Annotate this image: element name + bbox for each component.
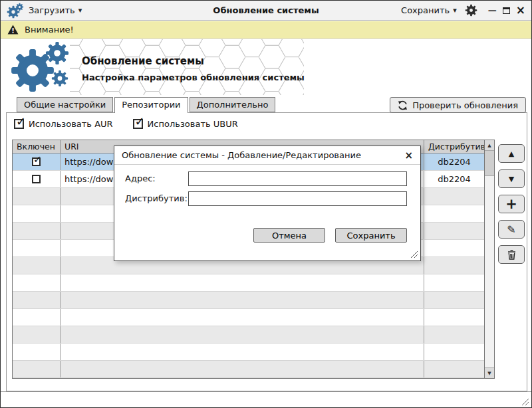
tab-bar: Общие настройки Репозитории Дополнительн… <box>17 97 275 113</box>
address-label: Адрес: <box>125 173 156 183</box>
tab-additional[interactable]: Дополнительно <box>190 97 276 112</box>
dialog-title: Обновление системы - Добавление/Редактир… <box>122 150 361 160</box>
check-updates-label: Проверить обновления <box>412 100 518 110</box>
app-gears-icon <box>7 3 24 19</box>
table-row[interactable] <box>13 326 484 344</box>
checkbox-box: ✓ <box>133 119 143 129</box>
window-controls: — × <box>488 5 525 16</box>
cancel-button[interactable]: Отмена <box>253 228 325 243</box>
close-button[interactable]: × <box>516 5 525 16</box>
row-action-buttons: ▲ ▼ + ✎ <box>498 144 525 264</box>
chevron-down-icon: ▾ <box>78 6 82 15</box>
table-row[interactable] <box>13 361 484 378</box>
refresh-icon <box>398 100 408 110</box>
distro-label: Дистрибутив: <box>125 193 188 203</box>
save-menu-button[interactable]: Сохранить ▾ <box>401 5 457 15</box>
distro-field-row: Дистрибутив: <box>125 191 407 206</box>
dialog-titlebar[interactable]: Обновление системы - Добавление/Редактир… <box>114 146 420 165</box>
table-row[interactable] <box>13 292 484 309</box>
hex-pattern <box>70 39 304 95</box>
warning-text: Внимание! <box>25 25 74 35</box>
scrollbar-up-button[interactable]: ▲ <box>485 140 494 151</box>
use-aur-checkbox[interactable]: ✓ Использовать AUR <box>14 119 113 129</box>
load-menu-label: Загрузить <box>29 5 75 15</box>
dialog-close-button[interactable]: × <box>404 150 413 161</box>
table-row[interactable] <box>13 274 484 292</box>
row-enabled-checkbox[interactable]: ✓ <box>32 157 41 166</box>
address-input[interactable] <box>188 171 407 186</box>
check-icon: ✓ <box>135 114 145 128</box>
column-header-distro: Дистрибутив <box>424 140 484 153</box>
column-header-enabled: Включен <box>13 140 61 153</box>
table-row[interactable] <box>13 344 484 361</box>
page-title: Обновление системы <box>82 55 204 67</box>
arrow-up-icon: ▲ <box>509 150 514 158</box>
maximize-button[interactable] <box>503 7 510 14</box>
statusbar <box>1 391 531 408</box>
move-up-button[interactable]: ▲ <box>498 144 525 163</box>
distro-input[interactable] <box>188 191 407 206</box>
move-down-button[interactable]: ▼ <box>498 169 525 188</box>
table-row[interactable] <box>13 309 484 326</box>
trash-icon <box>507 250 516 260</box>
scrollbar-down-button[interactable]: ▼ <box>485 367 494 378</box>
window-title: Обновление системы <box>120 5 412 15</box>
add-button[interactable]: + <box>498 195 525 213</box>
page-header: Обновление системы Настройка параметров … <box>1 39 531 96</box>
use-ubur-label: Использовать UBUR <box>148 119 238 129</box>
page-subtitle: Настройка параметров обновления системы <box>82 72 305 82</box>
arrow-down-icon: ▼ <box>509 175 514 183</box>
app-logo-gears-icon <box>10 41 74 95</box>
load-menu-button[interactable]: Загрузить ▾ <box>29 5 82 15</box>
titlebar: Загрузить ▾ Обновление системы Сохранить… <box>1 1 531 21</box>
save-menu-label: Сохранить <box>401 5 450 15</box>
address-field-row: Адрес: <box>125 171 407 186</box>
checkbox-box: ✓ <box>14 119 24 129</box>
svg-text:!: ! <box>11 27 15 35</box>
app-window: Загрузить ▾ Обновление системы Сохранить… <box>0 0 532 408</box>
dialog-resize-grip[interactable] <box>410 250 418 258</box>
gear-icon <box>465 4 477 17</box>
edit-dialog: Обновление системы - Добавление/Редактир… <box>114 146 421 261</box>
use-aur-label: Использовать AUR <box>29 119 113 129</box>
save-button[interactable]: Сохранить <box>335 228 407 243</box>
chevron-down-icon: ▾ <box>453 6 457 15</box>
window-resize-grip[interactable] <box>520 397 529 406</box>
tab-general-settings[interactable]: Общие настройки <box>17 97 113 112</box>
settings-button[interactable] <box>465 4 477 17</box>
dialog-buttons: Отмена Сохранить <box>253 228 407 243</box>
repo-options: ✓ Использовать AUR ✓ Использовать UBUR <box>14 119 238 129</box>
table-scrollbar[interactable]: ▲ ▼ <box>484 140 494 378</box>
edit-button[interactable]: ✎ <box>498 220 525 239</box>
tab-repositories[interactable]: Репозитории <box>114 97 188 113</box>
delete-button[interactable] <box>498 245 525 264</box>
check-icon: ✓ <box>33 153 42 165</box>
warning-banner: ! Внимание! <box>1 21 531 39</box>
use-ubur-checkbox[interactable]: ✓ Использовать UBUR <box>133 119 238 129</box>
check-icon: ✓ <box>16 114 26 128</box>
row-enabled-checkbox[interactable] <box>32 175 41 183</box>
warning-triangle-icon: ! <box>7 25 19 35</box>
minimize-button[interactable]: — <box>488 5 497 15</box>
check-updates-button[interactable]: Проверить обновления <box>390 97 526 113</box>
pencil-icon: ✎ <box>507 223 515 236</box>
scrollbar-thumb[interactable] <box>485 151 494 176</box>
